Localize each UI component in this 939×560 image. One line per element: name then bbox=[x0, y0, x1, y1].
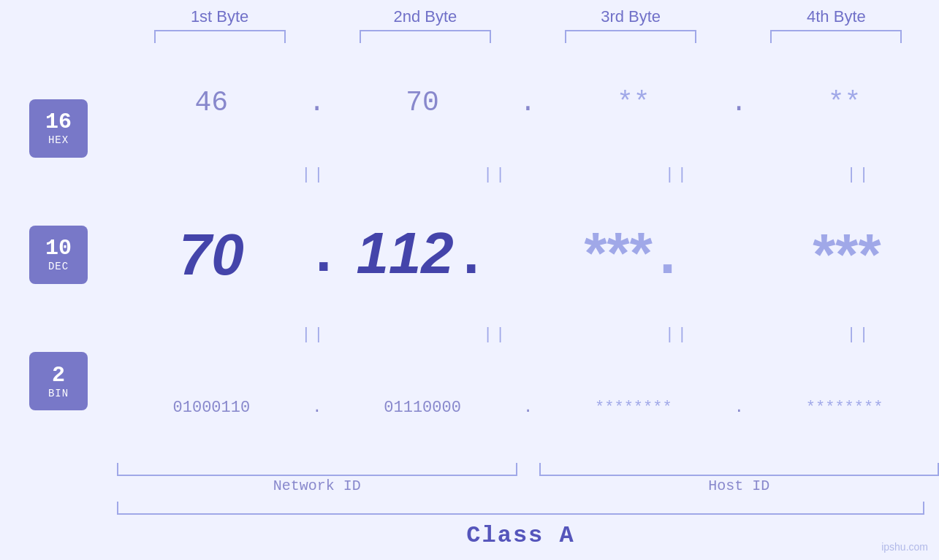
hex-val-2: 70 bbox=[406, 87, 439, 118]
eq-4: || bbox=[779, 166, 939, 184]
bin-byte-4: ******** bbox=[750, 399, 939, 417]
hex-val-1: 46 bbox=[195, 87, 229, 118]
values-area: 46 . 70 . ** . ** bbox=[117, 50, 939, 459]
bin-dot-1: . bbox=[306, 399, 328, 417]
bin-label: BIN bbox=[48, 388, 69, 399]
hex-val-3: ** bbox=[617, 87, 650, 118]
id-labels-row: Network ID Host ID bbox=[0, 477, 939, 494]
eq-8: || bbox=[779, 326, 939, 344]
byte-2-header: 2nd Byte bbox=[322, 7, 528, 30]
host-id-label: Host ID bbox=[539, 477, 940, 494]
equals-row-1: || || || || bbox=[117, 162, 939, 188]
class-section: Class A bbox=[0, 502, 939, 553]
hex-dot-1: . bbox=[306, 87, 328, 118]
dec-val-3: *** bbox=[582, 220, 650, 285]
byte-3-header: 3rd Byte bbox=[528, 7, 734, 30]
byte-4-header: 4th Byte bbox=[734, 7, 939, 30]
watermark: ipshu.com bbox=[881, 541, 928, 553]
bracket-3 bbox=[565, 30, 696, 43]
dec-badge: 10 DEC bbox=[29, 226, 88, 284]
bracket-col-4 bbox=[734, 30, 939, 43]
dec-val-4: *** bbox=[810, 222, 878, 287]
bin-byte-3: ******** bbox=[539, 399, 729, 417]
bracket-1 bbox=[154, 30, 286, 43]
network-id-label: Network ID bbox=[117, 477, 517, 494]
hex-number: 16 bbox=[45, 110, 72, 134]
bin-number: 2 bbox=[52, 364, 65, 388]
bin-val-2: 01110000 bbox=[384, 399, 461, 417]
eq-5: || bbox=[234, 326, 394, 344]
hex-value-row: 46 . 70 . ** . ** bbox=[117, 73, 939, 131]
eq-1: || bbox=[234, 166, 394, 184]
eq-7: || bbox=[598, 326, 758, 344]
bin-dot-3: . bbox=[728, 399, 750, 417]
bracket-col-1 bbox=[117, 30, 322, 43]
bin-val-4: ******** bbox=[806, 399, 883, 417]
class-bracket bbox=[117, 502, 924, 515]
bracket-col-2 bbox=[322, 30, 528, 43]
hex-badge: 16 HEX bbox=[29, 99, 88, 158]
dec-dot-1: . bbox=[306, 222, 328, 288]
hex-label: HEX bbox=[48, 134, 69, 146]
bottom-bracket-row bbox=[0, 463, 939, 476]
dec-val-1: 70 bbox=[179, 222, 244, 287]
hex-byte-3: ** bbox=[539, 87, 729, 118]
eq-2: || bbox=[416, 166, 576, 184]
bin-val-1: 01000110 bbox=[173, 399, 251, 417]
bin-dot-2: . bbox=[517, 399, 539, 417]
byte-1-header: 1st Byte bbox=[117, 7, 322, 30]
network-bracket bbox=[117, 463, 517, 476]
base-labels-column: 16 HEX 10 DEC 2 BIN bbox=[0, 50, 117, 459]
class-label: Class A bbox=[117, 518, 924, 553]
host-bracket bbox=[539, 463, 940, 476]
dec-val-2: 112 bbox=[356, 220, 453, 285]
hex-byte-2: 70 bbox=[328, 87, 517, 118]
hex-dot-2: . bbox=[517, 87, 539, 118]
bracket-col-3 bbox=[528, 30, 734, 43]
main-container: 1st Byte 2nd Byte 3rd Byte 4th Byte 16 H… bbox=[0, 0, 939, 560]
bin-value-row: 01000110 . 01110000 . ******** . bbox=[117, 378, 939, 437]
bracket-2 bbox=[360, 30, 491, 43]
hex-val-4: ** bbox=[828, 87, 862, 118]
dec-byte-2: 112. bbox=[328, 220, 517, 291]
main-data-area: 16 HEX 10 DEC 2 BIN 46 . bbox=[0, 50, 939, 459]
equals-row-2: || || || || bbox=[117, 322, 939, 348]
hex-byte-1: 46 bbox=[117, 87, 306, 118]
bin-byte-2: 01110000 bbox=[328, 399, 517, 417]
dec-byte-4: *** bbox=[750, 221, 939, 288]
eq-6: || bbox=[416, 326, 576, 344]
dec-byte-1: 70 bbox=[117, 221, 306, 288]
hex-dot-3: . bbox=[728, 87, 750, 118]
dec-value-row: 70 . 112. ***. *** bbox=[117, 218, 939, 291]
byte-header-row: 1st Byte 2nd Byte 3rd Byte 4th Byte bbox=[0, 7, 939, 30]
eq-3: || bbox=[598, 166, 758, 184]
dec-byte-3: ***. bbox=[539, 220, 729, 291]
top-bracket-row bbox=[0, 30, 939, 43]
bin-val-3: ******** bbox=[595, 399, 672, 417]
bin-badge: 2 BIN bbox=[29, 352, 88, 410]
hex-byte-4: ** bbox=[750, 87, 939, 118]
bracket-4 bbox=[770, 30, 902, 43]
bin-byte-1: 01000110 bbox=[117, 399, 306, 417]
dec-number: 10 bbox=[45, 237, 72, 261]
dec-label: DEC bbox=[48, 261, 69, 272]
